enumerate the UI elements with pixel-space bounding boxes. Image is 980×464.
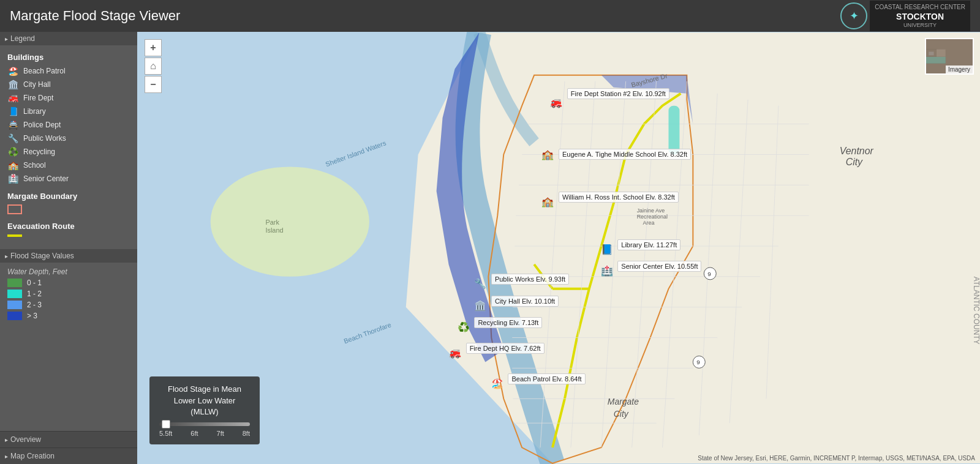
fire-dept-hq-map-label: Fire Dept HQ Elv. 7.62ft: [466, 343, 545, 354]
svg-text:City: City: [614, 409, 629, 419]
map-creation-button[interactable]: Map Creation: [0, 447, 137, 464]
overview-button[interactable]: Overview: [0, 431, 137, 447]
public-works-map-label: Public Works Elv. 9.93ft: [491, 274, 569, 285]
imagery-thumbnail[interactable]: Imagery: [925, 38, 974, 75]
senior-center-map-label: Senior Center Elv. 10.55ft: [617, 261, 701, 272]
svg-rect-45: [926, 57, 946, 64]
boundary-line-icon: [7, 204, 22, 214]
recycling-icon: ♻️: [7, 146, 18, 157]
flood-slider-panel: Flood Stage in MeanLower Low Water(MLLW)…: [149, 376, 260, 444]
logo-text: COASTAL RESEARCH CENTER STOCKTON UNIVERS…: [870, 1, 970, 32]
city-hall-icon: 🏛️: [7, 79, 18, 90]
legend-senior-center: 🏥 Senior Center: [7, 173, 130, 184]
legend-beach-patrol: 🏖️ Beach Patrol: [7, 65, 130, 77]
main-layout: Legend Buildings 🏖️ Beach Patrol 🏛️ City…: [0, 32, 980, 464]
recycling-map-label: Recycling Elv. 7.13ft: [474, 317, 542, 328]
map-area: Bayshore Dr Shelter Island Waters Beach …: [137, 32, 980, 464]
flood-stage-header[interactable]: Flood Stage Values: [0, 249, 137, 263]
recycling-map-icon[interactable]: ♻️: [458, 321, 470, 333]
logo-emblem: ✦: [840, 2, 867, 29]
svg-text:Ventnor: Ventnor: [840, 146, 874, 156]
beach-patrol-icon: 🏖️: [7, 65, 18, 77]
slider-track[interactable]: [159, 422, 250, 426]
public-works-label: Public Works: [23, 134, 66, 143]
svg-text:Island: Island: [265, 226, 283, 234]
map-attribution: State of New Jersey, Esri, HERE, Garmin,…: [698, 455, 975, 462]
flood-1-2: 1 - 2: [7, 290, 130, 298]
flood-color-1-2: [7, 290, 22, 298]
senior-center-map-icon[interactable]: 🏥: [601, 265, 613, 277]
svg-text:Area: Area: [643, 220, 655, 226]
svg-text:9: 9: [707, 271, 711, 277]
legend-header[interactable]: Legend: [0, 32, 137, 45]
svg-point-2: [211, 167, 369, 276]
recycling-label: Recycling: [23, 148, 55, 156]
legend-fire-dept: 🚒 Fire Dept: [7, 92, 130, 103]
legend-recycling: ♻️ Recycling: [7, 146, 130, 157]
school-tighe-icon[interactable]: 🏫: [541, 149, 554, 160]
boundary-title: Margate Boundary: [7, 192, 130, 201]
svg-rect-46: [929, 51, 933, 55]
legend-content: Buildings 🏖️ Beach Patrol 🏛️ City Hall 🚒…: [0, 45, 137, 244]
beach-patrol-map-label: Beach Patrol Elv. 8.64ft: [508, 373, 585, 384]
header-logo: ✦ COASTAL RESEARCH CENTER STOCKTON UNIVE…: [840, 1, 970, 32]
legend-library: 📘 Library: [7, 106, 130, 117]
logo-university: STOCKTON: [875, 11, 965, 22]
beach-patrol-map-icon[interactable]: 🏖️: [491, 378, 503, 389]
legend-school: 🏫 School: [7, 160, 130, 171]
library-icon: 📘: [7, 106, 18, 117]
legend-city-hall: 🏛️ City Hall: [7, 79, 130, 90]
home-button[interactable]: ⌂: [145, 58, 162, 75]
school-ross-label: William H. Ross Int. School Elv. 8.32ft: [559, 192, 679, 203]
legend-police-dept: 🚔 Police Dept: [7, 119, 130, 130]
flood-range-gt-3: > 3: [27, 312, 37, 320]
city-hall-label: City Hall: [23, 80, 51, 89]
fire-dept-label: Fire Dept: [23, 94, 53, 102]
logo-coastal: COASTAL RESEARCH CENTER: [875, 3, 965, 11]
fire-dept-hq-map-icon[interactable]: 🚒: [449, 347, 461, 359]
legend-public-works: 🔧 Public Works: [7, 133, 130, 144]
flood-color-gt-3: [7, 312, 22, 320]
flood-range-0-1: 0 - 1: [27, 279, 42, 287]
flood-range-2-3: 2 - 3: [27, 301, 42, 309]
city-hall-map-icon[interactable]: 🏛️: [474, 300, 486, 312]
school-ross-icon[interactable]: 🏫: [541, 196, 554, 208]
zoom-in-button[interactable]: +: [145, 39, 162, 56]
slider-labels: 5.5ft 6ft 7ft 8ft: [159, 430, 250, 437]
slider-label-6: 6ft: [190, 430, 198, 437]
library-map-label: Library Elv. 11.27ft: [617, 239, 680, 250]
logo-suffix: UNIVERSITY: [875, 22, 965, 29]
city-hall-map-label: City Hall Elv. 10.10ft: [491, 296, 559, 307]
svg-rect-44: [937, 49, 946, 57]
beach-patrol-label: Beach Patrol: [23, 67, 66, 75]
svg-text:City: City: [846, 157, 863, 167]
imagery-preview: [926, 39, 946, 73]
slider-label-55: 5.5ft: [159, 430, 172, 437]
sidebar: Legend Buildings 🏖️ Beach Patrol 🏛️ City…: [0, 32, 137, 464]
fire-dept-station2-icon[interactable]: 🚒: [550, 97, 562, 108]
flood-color-0-1: [7, 279, 22, 287]
buildings-title: Buildings: [7, 53, 130, 62]
library-map-icon[interactable]: 📘: [601, 244, 613, 255]
legend-boundary: [7, 204, 130, 214]
slider-label-7: 7ft: [217, 430, 224, 437]
svg-text:Recreational: Recreational: [637, 214, 668, 220]
svg-text:Jainine Ave: Jainine Ave: [637, 208, 665, 214]
app-title: Margate Flood Stage Viewer: [10, 8, 180, 24]
water-depth-label: Water Depth, Feet: [7, 268, 130, 276]
flood-gt-3: > 3: [7, 312, 130, 320]
slider-thumb[interactable]: [162, 420, 170, 428]
flood-stage-content: Water Depth, Feet 0 - 1 1 - 2 2 - 3 > 3: [0, 263, 137, 327]
zoom-out-button[interactable]: −: [145, 76, 162, 93]
legend-evacuation: [7, 234, 130, 237]
flood-color-2-3: [7, 301, 22, 309]
imagery-label: Imagery: [946, 65, 973, 73]
svg-rect-37: [668, 106, 679, 155]
evacuation-title: Evacuation Route: [7, 222, 130, 231]
flood-0-1: 0 - 1: [7, 279, 130, 287]
public-works-map-icon[interactable]: 🔧: [474, 278, 486, 290]
svg-text:9: 9: [696, 359, 700, 365]
public-works-icon: 🔧: [7, 133, 18, 144]
school-label: School: [23, 161, 46, 170]
svg-text:Park: Park: [265, 219, 279, 226]
